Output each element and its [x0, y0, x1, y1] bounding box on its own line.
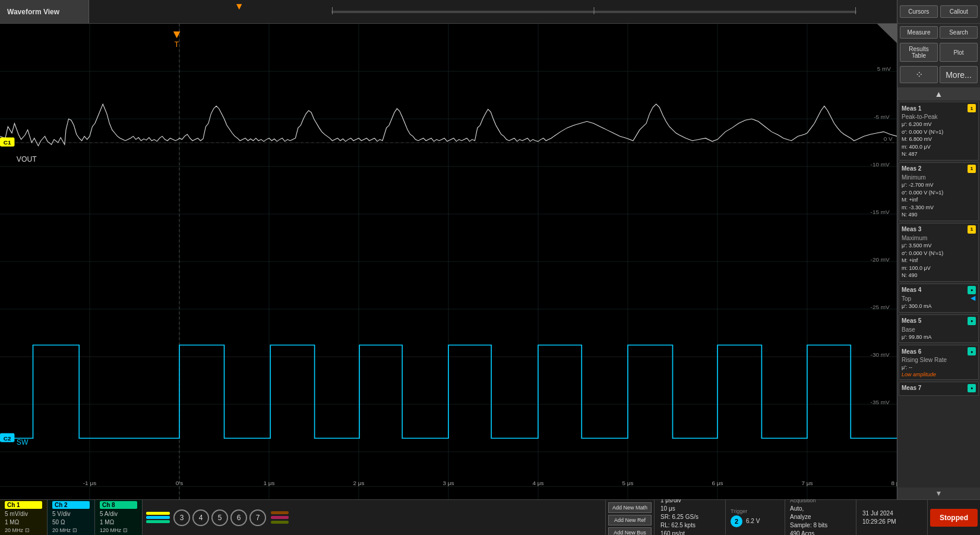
- datetime-line2: 10:29:26 PM: [862, 518, 921, 526]
- measurements-scroll-down-button[interactable]: ▼: [897, 487, 980, 499]
- acq-analyze: Analyze: [790, 513, 851, 521]
- ch8-div: 5 A/div: [100, 510, 137, 518]
- cursors-button[interactable]: Cursors: [900, 5, 938, 18]
- datetime-line1: 31 Jul 2024: [862, 509, 921, 518]
- meas-3-line1: μ': 3.500 mV: [902, 242, 976, 250]
- more-button[interactable]: More...: [940, 66, 978, 83]
- svg-text:-20 mV: -20 mV: [871, 256, 890, 263]
- svg-text:6 μs: 6 μs: [712, 480, 723, 486]
- measure-button[interactable]: Measure: [900, 26, 938, 39]
- ch4-button[interactable]: 4: [192, 509, 209, 526]
- waveform-svg: ▼ T C1 C2 VOUT SW 5 mV -5 mV -10 mV -15 …: [0, 24, 897, 499]
- collapse-measurements-button[interactable]: ▲: [897, 87, 980, 100]
- ch2-label: Ch 2: [52, 501, 90, 509]
- ch6-button[interactable]: 6: [230, 509, 247, 526]
- trigger-ch-indicator: 2: [731, 515, 742, 527]
- meas-5-header: Meas 5 ●: [902, 317, 976, 325]
- meas-5-title: Meas 5: [902, 317, 921, 324]
- meas-4-header: Meas 4 ●: [902, 286, 976, 294]
- svg-text:-5 mV: -5 mV: [874, 114, 890, 120]
- ch2-info[interactable]: Ch 2 5 V/div 50 Ω 20 MHz ⊡: [48, 500, 95, 535]
- meas-2-header: Meas 2 1: [902, 165, 976, 173]
- svg-text:0's: 0's: [176, 480, 184, 486]
- right-panel: Measure Search Results Table Plot ⁘ More…: [897, 24, 980, 499]
- meas-1-title: Meas 1: [902, 105, 921, 112]
- svg-marker-51: [877, 24, 897, 43]
- ch1-label: Ch 1: [5, 501, 42, 509]
- ch8-info[interactable]: Ch 8 5 A/div 1 MΩ 120 MHz ⊡: [95, 500, 143, 535]
- top-bar: Waveform View ▼ | | | Cursors Callout: [0, 0, 980, 24]
- meas-4-arrow: ◄: [969, 293, 977, 303]
- svg-text:4 μs: 4 μs: [532, 480, 543, 486]
- callout-button[interactable]: Callout: [940, 5, 978, 18]
- ch8-impedance: 1 MΩ: [100, 518, 137, 527]
- meas-1-line5: N: 487: [902, 150, 976, 158]
- meas-1-header: Meas 1 1: [902, 104, 976, 112]
- timeline-center-marker: |: [593, 6, 595, 14]
- waveform-area: ▼ T C1 C2 VOUT SW 5 mV -5 mV -10 mV -15 …: [0, 24, 897, 499]
- svg-text:T: T: [175, 40, 179, 49]
- meas-6-block: Meas 6 ● Rising Slew Rate μ': -- Low amp…: [899, 345, 979, 380]
- meas-2-line4: m: -3.300 mV: [902, 204, 976, 212]
- results-table-button[interactable]: Results Table: [900, 43, 938, 62]
- add-new-buttons: Add New Math Add New Ref Add New Bus: [606, 500, 655, 535]
- meas-5-block: Meas 5 ● Base μ': 99.80 mA: [899, 314, 979, 344]
- trigger-top-marker: ▼: [235, 1, 244, 12]
- plot-button[interactable]: Plot: [940, 43, 978, 62]
- ch3-button[interactable]: 3: [173, 509, 190, 526]
- meas-1-badge: 1: [968, 104, 976, 112]
- svg-text:C1: C1: [4, 139, 11, 146]
- ch2-color-bar: [146, 516, 170, 519]
- horizontal-rl: RL: 62.5 kpts: [660, 521, 719, 530]
- meas-3-title: Meas 3: [902, 226, 921, 232]
- acq-mode: Auto,: [790, 505, 851, 513]
- meas-3-line5: N: 490: [902, 272, 976, 279]
- add-new-ref-button[interactable]: Add New Ref: [608, 515, 652, 525]
- meas-2-line2: σ': 0.000 V (N'=1): [902, 189, 976, 197]
- meas-2-line1: μ': -2.700 mV: [902, 181, 976, 189]
- channel-option-dots: [271, 511, 289, 524]
- meas-7-header: Meas 7 ●: [902, 384, 976, 392]
- meas-6-title: Meas 6: [902, 348, 921, 355]
- timeline-range-bar: | | |: [331, 11, 856, 13]
- stopped-button[interactable]: Stopped: [930, 509, 978, 527]
- ch8-color-bar: [146, 520, 170, 523]
- svg-text:5 μs: 5 μs: [622, 480, 633, 486]
- meas-3-type: Maximum: [902, 235, 976, 241]
- trigger-info: 2 6.2 V: [731, 515, 780, 527]
- meas-3-line4: m: 100.0 μV: [902, 265, 976, 272]
- meas-2-badge: 1: [968, 165, 976, 173]
- ch1-info[interactable]: Ch 1 5 mV/div 1 MΩ 20 MHz ⊡: [0, 500, 48, 535]
- meas-2-type: Minimum: [902, 174, 976, 181]
- ch7-button[interactable]: 7: [249, 509, 266, 526]
- svg-text:1 μs: 1 μs: [263, 480, 274, 486]
- ch1-div: 5 mV/div: [5, 510, 42, 518]
- icon-scatter-button[interactable]: ⁘: [900, 66, 938, 83]
- meas-4-block: Meas 4 ● Top μ': 300.0 mA ◄: [899, 284, 979, 313]
- search-button[interactable]: Search: [940, 26, 978, 39]
- ch8-label: Ch 8: [100, 501, 137, 509]
- meas-4-title: Meas 4: [902, 287, 921, 293]
- ch2-bw: 20 MHz ⊡: [52, 527, 90, 534]
- ch1-color-bar: [146, 512, 170, 515]
- ch5-button[interactable]: 5: [211, 509, 228, 526]
- meas-1-block: Meas 1 1 Peak-to-Peak μ': 6.200 mV σ': 0…: [899, 102, 979, 160]
- meas-6-badge: ●: [968, 347, 976, 355]
- top-timeline: ▼ | | |: [89, 0, 897, 23]
- svg-text:5 mV: 5 mV: [877, 65, 892, 72]
- acquisition-block: Acquisition Auto, Analyze Sample: 8 bits…: [785, 500, 856, 535]
- ch2-div: 5 V/div: [52, 510, 90, 518]
- meas-1-line4: m: 400.0 μV: [902, 143, 976, 151]
- horizontal-total: 10 μs: [660, 505, 719, 513]
- dot2: [271, 516, 289, 519]
- dot3: [271, 521, 289, 524]
- meas-7-title: Meas 7: [902, 385, 921, 391]
- datetime-block: 31 Jul 2024 10:29:26 PM: [856, 500, 928, 535]
- svg-text:7 μs: 7 μs: [801, 480, 813, 486]
- add-new-math-button[interactable]: Add New Math: [608, 502, 652, 513]
- dot1: [271, 511, 289, 514]
- svg-text:-15 mV: -15 mV: [871, 209, 890, 215]
- measurements-panel: Meas 1 1 Peak-to-Peak μ': 6.200 mV σ': 0…: [897, 100, 980, 487]
- add-new-bus-button[interactable]: Add New Bus: [608, 527, 652, 535]
- measure-search-row: Measure Search: [897, 24, 980, 41]
